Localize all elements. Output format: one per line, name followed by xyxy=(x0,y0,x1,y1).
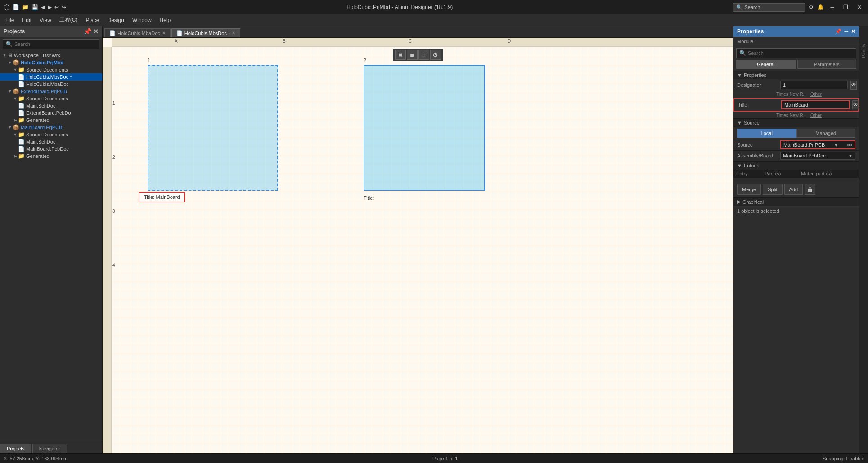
graphical-section-header[interactable]: ▶ Graphical xyxy=(733,197,859,206)
tree-item-src-docs-2[interactable]: ▼ 📁 Source Documents xyxy=(0,95,102,102)
properties-search[interactable]: 🔍 xyxy=(736,48,856,58)
projects-search-input[interactable] xyxy=(14,41,96,47)
toolbar-icon-redo[interactable]: ↪ xyxy=(62,4,66,10)
tree-item-src-docs-3[interactable]: ▼ 📁 Source Documents xyxy=(0,131,102,138)
canvas-tool-settings[interactable]: ⚙ xyxy=(430,50,441,60)
workspace-label: Workspace1.DsnWrk xyxy=(14,53,60,58)
menu-help[interactable]: Help xyxy=(156,16,175,24)
bell-icon[interactable]: 🔔 xyxy=(817,4,824,10)
add-button[interactable]: Add xyxy=(784,184,803,195)
tree-item-mainboard-proj[interactable]: ▼ 📦 MainBoard.PrjPCB xyxy=(0,124,102,131)
tab-mbs-doc[interactable]: 📄 HoloCubis.MbsDoc * ✕ xyxy=(171,28,240,37)
tree-item-workspace[interactable]: ▼ 🖥 Workspace1.DsnWrk xyxy=(0,52,102,59)
canvas-tool-list[interactable]: ≡ xyxy=(418,50,429,60)
canvas-area[interactable]: 🖥 ■ ≡ ⚙ A B C D 1 2 3 4 xyxy=(103,38,733,453)
board-box-1[interactable] xyxy=(148,65,278,191)
tree-item-generated-1[interactable]: ▶ 📁 Generated xyxy=(0,117,102,124)
designator-other[interactable]: Other xyxy=(810,92,822,97)
source-value-box[interactable]: MainBoard.PrjPCB ▼ ••• xyxy=(780,140,855,149)
minimize-button[interactable]: ─ xyxy=(828,4,837,10)
board-box-2[interactable] xyxy=(364,65,485,191)
canvas-tool-select[interactable]: ■ xyxy=(407,50,418,60)
restore-button[interactable]: ❐ xyxy=(841,4,851,10)
mainboard-pcb-label: MainBoard.PcbDoc xyxy=(26,146,69,152)
menu-window[interactable]: Window xyxy=(129,16,155,24)
tab-parameters[interactable]: Parameters xyxy=(797,60,857,69)
title-search-box[interactable]: 🔍 Search xyxy=(733,3,805,12)
toolbar-icon-new[interactable]: 📄 xyxy=(13,4,19,10)
tab-mba-doc[interactable]: 📄 HoloCubis.MbaDoc ✕ xyxy=(104,28,171,37)
center-panel: 📄 HoloCubis.MbaDoc ✕ 📄 HoloCubis.MbsDoc … xyxy=(103,26,733,453)
tree-item-holo-mbs[interactable]: 📄 HoloCubis.MbsDoc * xyxy=(0,73,102,81)
tree-item-mainboard-pcb[interactable]: 📄 MainBoard.PcbDoc xyxy=(0,145,102,153)
title-eye-icon[interactable]: 👁 xyxy=(852,100,859,109)
designator-row: Designator 👁 🔒 xyxy=(733,79,859,91)
menu-edit[interactable]: Edit xyxy=(18,16,35,24)
tree-item-main-sch1[interactable]: 📄 Main.SchDoc xyxy=(0,102,102,109)
tab-navigator[interactable]: Navigator xyxy=(32,444,67,453)
menu-bar: File Edit View 工程(C) Place Design Window… xyxy=(0,14,868,26)
toolbar-icon-back[interactable]: ◀ xyxy=(41,4,45,10)
properties-close-icon[interactable]: ✕ xyxy=(851,28,855,35)
tab-projects[interactable]: Projects xyxy=(0,444,31,453)
menu-view[interactable]: View xyxy=(36,16,55,24)
tab-mba-label: HoloCubis.MbaDoc xyxy=(117,31,160,36)
source-dots-icon[interactable]: ••• xyxy=(847,142,852,148)
properties-search-icon: 🔍 xyxy=(739,50,746,56)
title-search-placeholder: Search xyxy=(744,4,760,10)
tree-item-generated-2[interactable]: ▶ 📁 Generated xyxy=(0,153,102,160)
canvas-tool-view[interactable]: 🖥 xyxy=(395,50,406,60)
title-bar-right: 🔍 Search ⚙ 🔔 ─ ❐ ✕ xyxy=(733,3,864,12)
tab-general[interactable]: General xyxy=(736,60,796,69)
status-snapping: Snapping: Enabled xyxy=(823,456,864,461)
mbs-doc-icon: 📄 xyxy=(18,74,25,80)
toolbar-icon-save[interactable]: 💾 xyxy=(31,4,38,10)
tree-item-holo-mba[interactable]: 📄 HoloCubis.MbaDoc xyxy=(0,81,102,88)
tab-mba-close[interactable]: ✕ xyxy=(162,31,166,36)
toolbar-icon-fwd[interactable]: ▶ xyxy=(48,4,52,10)
proj1-label: HoloCubic.PrjMbd xyxy=(21,60,63,65)
board-num-1: 1 xyxy=(148,58,150,63)
title-other[interactable]: Other xyxy=(810,113,822,118)
designator-eye-icon[interactable]: 👁 xyxy=(850,81,857,90)
merge-button[interactable]: Merge xyxy=(737,184,761,195)
assembly-dropdown-icon[interactable]: ▼ xyxy=(848,153,853,158)
menu-project[interactable]: 工程(C) xyxy=(56,15,81,25)
split-button[interactable]: Split xyxy=(763,184,782,195)
settings-icon[interactable]: ⚙ xyxy=(809,4,814,10)
tab-mbs-close[interactable]: ✕ xyxy=(232,31,235,36)
title-input[interactable] xyxy=(781,100,850,109)
source-dropdown-icon[interactable]: ▼ xyxy=(834,143,838,148)
tree-item-holocubic-proj[interactable]: ▼ 📦 HoloCubic.PrjMbd xyxy=(0,59,102,66)
panel-pin-icon[interactable]: 📌 xyxy=(84,28,91,35)
properties-min-icon[interactable]: ─ xyxy=(844,28,848,35)
title-row: Title 👁 🔒 xyxy=(733,98,859,112)
tree-item-extend-pcb[interactable]: 📄 ExtendBoard.PcbDo xyxy=(0,109,102,117)
properties-pin-icon[interactable]: 📌 xyxy=(835,28,841,35)
board-num-2: 2 xyxy=(364,58,366,63)
status-page: Page 1 of 1 xyxy=(432,456,458,461)
source-local-btn[interactable]: Local xyxy=(737,129,796,138)
tree-item-src-docs-1[interactable]: ▼ 📁 Source Documents xyxy=(0,66,102,73)
status-bar: X: 57.258mm, Y: 168.094mm Page 1 of 1 Sn… xyxy=(0,453,868,463)
menu-design[interactable]: Design xyxy=(104,16,128,24)
close-button[interactable]: ✕ xyxy=(855,4,864,10)
row-3: 3 xyxy=(112,209,115,214)
panels-label[interactable]: Panels xyxy=(861,44,866,58)
delete-icon[interactable]: 🗑 xyxy=(805,184,815,195)
tree-item-main-sch2[interactable]: 📄 Main.SchDoc xyxy=(0,138,102,145)
designator-input[interactable] xyxy=(780,81,848,89)
projects-search-box[interactable]: 🔍 xyxy=(3,39,99,49)
status-coordinates: X: 57.258mm, Y: 168.094mm xyxy=(4,456,67,461)
toolbar-icon-undo[interactable]: ↩ xyxy=(54,4,59,10)
menu-file[interactable]: File xyxy=(2,16,18,24)
tree-item-extendboard-proj[interactable]: ▼ 📦 ExtendBoard.PrjPCB xyxy=(0,88,102,95)
assembly-value-box[interactable]: MainBoard.PcbDoc ▼ xyxy=(780,152,855,160)
menu-place[interactable]: Place xyxy=(82,16,103,24)
source-managed-btn[interactable]: Managed xyxy=(796,129,856,138)
properties-search-input[interactable] xyxy=(748,50,853,56)
entries-section-header: ▼ Entries xyxy=(733,161,859,170)
panel-close-icon[interactable]: ✕ xyxy=(93,28,99,35)
toolbar-icon-open[interactable]: 📁 xyxy=(22,4,29,10)
source-row: Source MainBoard.PrjPCB ▼ ••• xyxy=(733,139,859,151)
